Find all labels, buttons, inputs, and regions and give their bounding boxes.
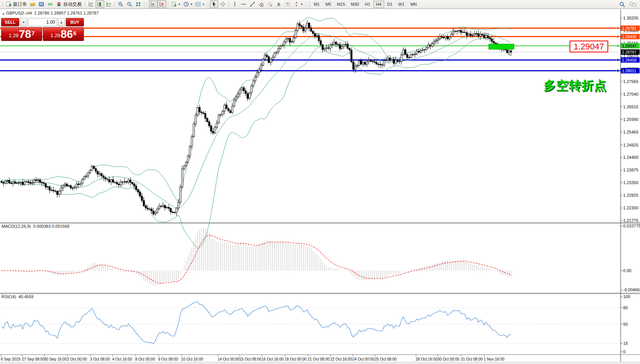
new-order-button[interactable]: 新订单 xyxy=(5,0,28,8)
candle-body xyxy=(495,43,496,44)
candle-body xyxy=(397,60,398,61)
horizontal-line-button[interactable] xyxy=(239,0,248,8)
sell-price-button[interactable]: 1.28 78 7 xyxy=(1,27,42,41)
auto-scroll-button[interactable] xyxy=(149,0,157,8)
candle-body xyxy=(274,53,275,57)
level-line-handle[interactable] xyxy=(617,59,619,61)
search-icon[interactable] xyxy=(619,1,625,8)
candle-body xyxy=(145,206,147,208)
level-line-handle[interactable] xyxy=(617,27,619,29)
text-button[interactable]: A xyxy=(275,0,283,8)
candle-body xyxy=(97,171,98,174)
volume-decrease-button[interactable]: ▼ xyxy=(20,18,27,26)
tab-timeframe-d1[interactable]: D1 xyxy=(385,1,395,8)
chevron-down-icon: ▾ xyxy=(191,2,193,6)
navigator-button[interactable] xyxy=(37,0,46,8)
turning-point-annotation[interactable]: 多空转折点 xyxy=(543,77,607,94)
level-line-handle[interactable] xyxy=(617,70,619,72)
volume-increase-button[interactable]: ▲ xyxy=(58,18,65,26)
templates-button[interactable]: ▾ xyxy=(194,0,206,8)
candle-body xyxy=(149,209,151,209)
arrows-button[interactable]: ▾ xyxy=(292,0,304,8)
macd-values: 0.000383 0.001668 xyxy=(33,224,69,229)
candle-body xyxy=(5,181,6,183)
candle-body xyxy=(483,35,485,38)
crosshair-button[interactable] xyxy=(219,0,227,8)
level-line-handle[interactable] xyxy=(617,36,619,38)
buy-button[interactable]: BUY xyxy=(66,18,84,26)
line-chart-button[interactable] xyxy=(105,0,113,8)
bar-chart-button[interactable] xyxy=(87,0,95,8)
candle-body xyxy=(357,65,358,66)
chevron-down-icon: ▾ xyxy=(178,2,180,6)
candle-body xyxy=(39,180,41,182)
sell-button[interactable]: SELL xyxy=(1,18,19,26)
candle-body xyxy=(224,105,225,111)
buy-price-button[interactable]: 1.28 86 6 xyxy=(43,27,84,41)
candle-body xyxy=(418,51,419,52)
candle-body xyxy=(80,183,81,185)
candle-body xyxy=(293,38,295,41)
axis-label: 1.24925 xyxy=(623,143,638,147)
tile-windows-button[interactable] xyxy=(134,0,142,8)
chart-shift-button[interactable] xyxy=(158,0,166,8)
cursor-button[interactable] xyxy=(210,0,218,8)
autotrading-button[interactable]: 自动交易 xyxy=(55,0,83,8)
tab-timeframe-m1[interactable]: M1 xyxy=(311,1,322,8)
candle-body xyxy=(72,188,74,188)
navigator-icon xyxy=(38,1,44,7)
fibonacci-button[interactable]: F xyxy=(266,0,274,8)
periods-button[interactable]: ▾ xyxy=(182,0,194,8)
candle-body xyxy=(137,189,139,192)
equidistant-channel-button[interactable]: E xyxy=(257,0,265,8)
buy-price-big: 86 xyxy=(61,29,73,39)
vertical-line-button[interactable] xyxy=(231,0,239,8)
market-watch-button[interactable] xyxy=(28,0,37,8)
candle-body xyxy=(426,48,427,50)
candle-body xyxy=(159,206,160,209)
candle-body xyxy=(187,156,189,162)
cursor-icon xyxy=(211,1,217,7)
candle-body xyxy=(203,113,204,114)
tab-timeframe-m15[interactable]: M15 xyxy=(334,1,348,8)
axis-label: 0.00 xyxy=(623,268,631,273)
candle-body xyxy=(387,58,389,60)
macd-label: MACD(12,26,9) xyxy=(2,224,31,229)
candle-body xyxy=(170,209,172,212)
axis-label: 1.28787 xyxy=(622,50,637,54)
zoom-in-button[interactable] xyxy=(116,0,125,8)
indicators-button[interactable]: ▾ xyxy=(170,0,182,8)
signals-button[interactable] xyxy=(46,0,54,8)
price-callout-box[interactable]: 1.29047 xyxy=(570,41,608,52)
candle-body xyxy=(451,34,452,37)
collapse-triangle-icon[interactable]: ▲ xyxy=(2,12,5,15)
candle-body xyxy=(276,52,277,53)
tab-timeframe-h1[interactable]: H1 xyxy=(362,1,373,8)
tab-timeframe-mn[interactable]: MN xyxy=(408,1,419,8)
green-rectangle-annotation[interactable] xyxy=(489,44,514,49)
candle-body xyxy=(101,174,102,176)
tab-timeframe-w1[interactable]: W1 xyxy=(396,1,408,8)
candle-body xyxy=(447,36,448,39)
trendline-button[interactable] xyxy=(248,0,257,8)
tab-timeframe-m5[interactable]: M5 xyxy=(322,1,334,8)
tab-timeframe-h4[interactable]: H4 xyxy=(373,1,384,8)
text-label-button[interactable]: T xyxy=(283,0,292,8)
toolbar-grip[interactable] xyxy=(2,1,3,7)
zoom-out-button[interactable] xyxy=(125,0,134,8)
volume-input[interactable] xyxy=(28,18,57,26)
toolbar-grip[interactable] xyxy=(305,1,307,7)
candle-body xyxy=(108,180,110,182)
toolbar-grip[interactable] xyxy=(207,1,209,7)
axis-label: 1.29047 xyxy=(622,44,637,48)
candlestick-chart-button[interactable] xyxy=(96,0,104,8)
level-line-handle[interactable] xyxy=(617,45,619,47)
time-axis-label: 31 Oct 08:00 xyxy=(461,357,483,361)
candle-body xyxy=(91,166,93,170)
tab-timeframe-m30[interactable]: M30 xyxy=(348,1,362,8)
chat-icon[interactable] xyxy=(629,1,637,8)
candle-body xyxy=(147,208,149,209)
candle-body xyxy=(443,38,445,38)
candle-body xyxy=(374,62,375,62)
toolbar-grip[interactable] xyxy=(84,1,86,7)
